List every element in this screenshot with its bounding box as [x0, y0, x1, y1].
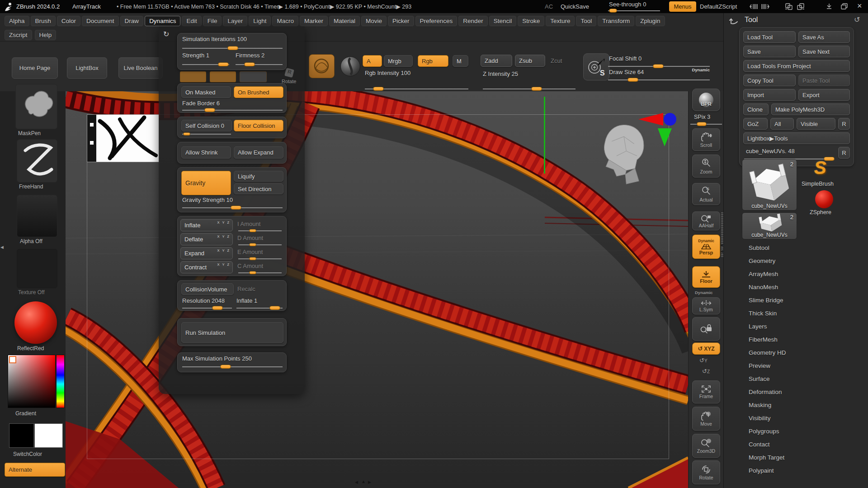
frame-mesh-button[interactable]: Frame: [692, 380, 720, 404]
menu-item[interactable]: Edit: [182, 16, 201, 26]
zoom-canvas-button[interactable]: Zoom: [692, 155, 720, 178]
menu-item[interactable]: Macro: [272, 16, 298, 26]
cv-inflate-slider[interactable]: [236, 308, 283, 309]
deform-amount-slider[interactable]: [238, 244, 282, 245]
tool-section-header[interactable]: Geometry: [724, 254, 868, 267]
move-canvas-button[interactable]: Move: [692, 407, 720, 431]
import-button[interactable]: Import: [743, 89, 796, 101]
swap-panels-left-icon[interactable]: [785, 3, 793, 10]
tool-section-header[interactable]: Contact: [724, 438, 868, 451]
rgb-intensity-slider[interactable]: [365, 89, 468, 89]
resolution-slider-label[interactable]: Resolution 2048: [182, 297, 225, 304]
tool-section-header[interactable]: Polypaint: [724, 464, 868, 477]
lock-camera-button[interactable]: [692, 317, 720, 341]
save-next-button[interactable]: Save Next: [798, 46, 850, 57]
menu-item[interactable]: Preferences: [415, 16, 458, 26]
tool-section-header[interactable]: ArrayMesh: [724, 267, 868, 281]
local-symmetry-button[interactable]: L.Sym: [692, 297, 720, 314]
tool-section-header[interactable]: Surface: [724, 372, 868, 385]
persp-toggle-button[interactable]: Dynamic Persp: [692, 235, 720, 259]
tool-section-header[interactable]: Layers: [724, 320, 868, 333]
tool-section-header[interactable]: Thick Skin: [724, 307, 868, 320]
close-window-icon[interactable]: ×: [857, 1, 862, 11]
tool-section-header[interactable]: NanoMesh: [724, 281, 868, 294]
material-reflectred-thumb[interactable]: [14, 301, 57, 344]
menu-item[interactable]: Marker: [300, 16, 328, 26]
tool-section-header[interactable]: Polygroups: [724, 425, 868, 438]
gravity-strength-slider-label[interactable]: Gravity Strength 10: [182, 197, 233, 203]
fade-border-slider[interactable]: [182, 110, 283, 111]
menu-item[interactable]: Zplugin: [636, 16, 665, 26]
max-simulation-points-slider[interactable]: [182, 366, 283, 367]
floor-toggle-button[interactable]: Floor: [692, 266, 720, 288]
canvas-scroll-left-icon[interactable]: ◀: [355, 480, 358, 484]
tool-section-header[interactable]: Preview: [724, 359, 868, 372]
firmness-slider[interactable]: [236, 64, 283, 65]
make-polymesh3d-button[interactable]: Make PolyMesh3D: [771, 103, 850, 115]
menu-item[interactable]: Movie: [361, 16, 387, 26]
tool-section-header[interactable]: Morph Target: [724, 451, 868, 464]
lightbox-tools-button[interactable]: Lightbox▶Tools: [743, 132, 850, 144]
fade-border-slider-label[interactable]: Fade Border 6: [182, 100, 220, 107]
focal-shift-slider[interactable]: [608, 66, 710, 67]
rotate-z-button[interactable]: ↺Z: [702, 368, 710, 375]
swap-panels-right-icon[interactable]: [797, 3, 805, 10]
zadd-button[interactable]: Zadd: [481, 55, 512, 67]
lightbox-button[interactable]: LightBox: [67, 57, 107, 79]
tool-section-header[interactable]: Masking: [724, 399, 868, 412]
tool-section-header[interactable]: FiberMesh: [724, 333, 868, 346]
collapse-shelf-arrow-icon[interactable]: ◀: [0, 245, 4, 249]
menu-item[interactable]: Document: [82, 16, 119, 26]
menu-item[interactable]: Draw: [120, 16, 144, 26]
save-as-button[interactable]: Save As: [798, 31, 850, 43]
deform-mode-button[interactable]: Deflate X Y Z: [180, 233, 233, 245]
canvas-scroll-right-icon[interactable]: ▶: [368, 480, 371, 484]
load-tools-from-project-button[interactable]: Load Tools From Project: [743, 60, 850, 72]
clone-button[interactable]: Clone: [743, 103, 769, 115]
goz-r-button[interactable]: R: [838, 118, 850, 130]
load-tool-button[interactable]: Load Tool: [743, 31, 796, 43]
see-through-slider[interactable]: [608, 10, 660, 11]
firmness-slider-label[interactable]: Firmness 2: [236, 52, 264, 59]
spix-slider[interactable]: [690, 124, 722, 125]
menu-item[interactable]: Color: [57, 16, 80, 26]
current-brush-button[interactable]: [309, 54, 335, 78]
menu-item[interactable]: Stencil: [489, 16, 517, 26]
main-color-swatch[interactable]: [9, 423, 34, 448]
self-collision-slider[interactable]: [182, 134, 231, 135]
on-brushed-button[interactable]: On Brushed: [234, 86, 283, 98]
allow-expand-button[interactable]: Allow Expand: [234, 146, 283, 159]
zcut-button[interactable]: Zcut: [551, 57, 562, 64]
rotate-y-button[interactable]: ↺Y: [699, 357, 708, 364]
zoom3d-button[interactable]: Zoom3D: [692, 434, 720, 458]
actual-size-button[interactable]: x1 Actual: [692, 183, 720, 205]
cv-inflate-slider-label[interactable]: Inflate 1: [236, 297, 257, 304]
menu-item[interactable]: Light: [249, 16, 271, 26]
zsub-button[interactable]: Zsub: [515, 55, 545, 67]
aahalf-button[interactable]: AAHalf: [692, 211, 720, 230]
menu-item[interactable]: Picker: [388, 16, 414, 26]
goz-button[interactable]: GoZ: [743, 118, 768, 130]
deform-mode-button[interactable]: Expand X Y Z: [180, 247, 233, 259]
canvas-scroll-up-icon[interactable]: ▲: [361, 479, 366, 484]
menu-item[interactable]: Alpha: [5, 16, 29, 26]
strength-slider-label[interactable]: Strength 1: [182, 52, 209, 59]
floor-collision-button[interactable]: Floor Collision: [234, 120, 283, 131]
collision-volume-button[interactable]: CollisionVolume: [181, 283, 234, 295]
strength-slider[interactable]: [182, 64, 229, 65]
color-picker-sv-square[interactable]: [8, 355, 56, 408]
tool-thumb-current[interactable]: 2 cube_NewUVs: [742, 159, 797, 211]
tool-r-button[interactable]: R: [838, 147, 850, 159]
allow-shrink-button[interactable]: Allow Shrink: [181, 146, 231, 159]
palette-back-icon[interactable]: [729, 16, 739, 25]
scroll-canvas-button[interactable]: Scroll: [692, 128, 720, 151]
gravity-strength-slider[interactable]: [182, 207, 283, 208]
default-zscript-button[interactable]: DefaultZScript: [700, 3, 737, 10]
tool-section-header[interactable]: Subtool: [724, 241, 868, 254]
menu-item[interactable]: Dynamics: [145, 16, 180, 26]
color-picker-hue-bar[interactable]: [56, 355, 65, 408]
sculptris-pro-button[interactable]: S: [583, 53, 609, 80]
tool-section-header[interactable]: Slime Bridge: [724, 294, 868, 307]
tool-section-header[interactable]: Deformation: [724, 385, 868, 399]
secondary-color-swatch[interactable]: [34, 423, 63, 448]
